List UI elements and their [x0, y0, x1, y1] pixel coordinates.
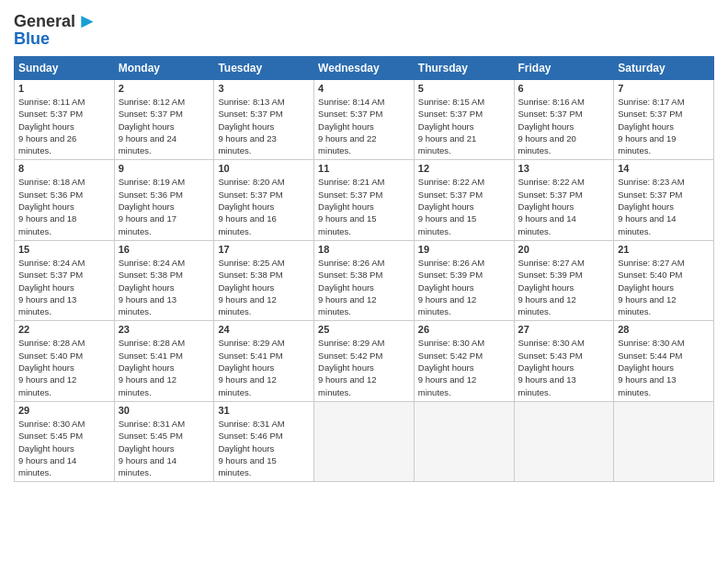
day-number: 12	[418, 163, 510, 174]
table-row: 28Sunrise: 8:30 AMSunset: 5:44 PMDayligh…	[614, 321, 714, 401]
day-info: Sunrise: 8:21 AMSunset: 5:37 PMDaylight …	[318, 176, 410, 236]
day-info: Sunrise: 8:28 AMSunset: 5:41 PMDaylight …	[119, 337, 210, 397]
table-row: 2Sunrise: 8:12 AMSunset: 5:37 PMDaylight…	[114, 80, 214, 160]
table-row: 29Sunrise: 8:30 AMSunset: 5:45 PMDayligh…	[15, 401, 115, 481]
calendar-week-row: 15Sunrise: 8:24 AMSunset: 5:37 PMDayligh…	[15, 240, 714, 320]
table-row: 10Sunrise: 8:20 AMSunset: 5:37 PMDayligh…	[214, 160, 314, 240]
calendar-header-sunday: Sunday	[15, 57, 115, 80]
day-info: Sunrise: 8:24 AMSunset: 5:38 PMDaylight …	[119, 257, 210, 317]
day-info: Sunrise: 8:13 AMSunset: 5:37 PMDaylight …	[218, 96, 310, 156]
table-row: 16Sunrise: 8:24 AMSunset: 5:38 PMDayligh…	[114, 240, 214, 320]
table-row: 9Sunrise: 8:19 AMSunset: 5:36 PMDaylight…	[114, 160, 214, 240]
day-info: Sunrise: 8:28 AMSunset: 5:40 PMDaylight …	[18, 337, 110, 397]
day-info: Sunrise: 8:25 AMSunset: 5:38 PMDaylight …	[218, 257, 310, 317]
table-row: 4Sunrise: 8:14 AMSunset: 5:37 PMDaylight…	[314, 80, 415, 160]
day-number: 10	[218, 163, 310, 174]
day-info: Sunrise: 8:17 AMSunset: 5:37 PMDaylight …	[618, 96, 710, 156]
calendar-header-friday: Friday	[514, 57, 614, 80]
day-number: 21	[618, 244, 710, 255]
day-info: Sunrise: 8:11 AMSunset: 5:37 PMDaylight …	[18, 96, 110, 156]
day-info: Sunrise: 8:12 AMSunset: 5:37 PMDaylight …	[119, 96, 210, 156]
calendar-header-tuesday: Tuesday	[214, 57, 314, 80]
table-row: 12Sunrise: 8:22 AMSunset: 5:37 PMDayligh…	[414, 160, 514, 240]
day-number: 17	[218, 244, 310, 255]
day-number: 19	[418, 244, 510, 255]
day-info: Sunrise: 8:29 AMSunset: 5:41 PMDaylight …	[218, 337, 310, 397]
day-info: Sunrise: 8:30 AMSunset: 5:43 PMDaylight …	[518, 337, 610, 397]
day-number: 24	[218, 324, 310, 335]
day-info: Sunrise: 8:20 AMSunset: 5:37 PMDaylight …	[218, 176, 310, 236]
calendar-header-row: SundayMondayTuesdayWednesdayThursdayFrid…	[15, 57, 714, 80]
calendar-week-row: 8Sunrise: 8:18 AMSunset: 5:36 PMDaylight…	[15, 160, 714, 240]
day-number: 14	[618, 163, 710, 174]
table-row: 15Sunrise: 8:24 AMSunset: 5:37 PMDayligh…	[15, 240, 115, 320]
table-row: 23Sunrise: 8:28 AMSunset: 5:41 PMDayligh…	[114, 321, 214, 401]
table-row: 25Sunrise: 8:29 AMSunset: 5:42 PMDayligh…	[314, 321, 415, 401]
day-info: Sunrise: 8:30 AMSunset: 5:45 PMDaylight …	[18, 418, 110, 478]
day-number: 9	[119, 163, 210, 174]
day-info: Sunrise: 8:31 AMSunset: 5:45 PMDaylight …	[119, 418, 210, 478]
calendar-header-monday: Monday	[114, 57, 214, 80]
calendar-week-row: 1Sunrise: 8:11 AMSunset: 5:37 PMDaylight…	[15, 80, 714, 160]
table-row: 30Sunrise: 8:31 AMSunset: 5:45 PMDayligh…	[114, 401, 214, 481]
table-row: 18Sunrise: 8:26 AMSunset: 5:38 PMDayligh…	[314, 240, 415, 320]
logo: General ► Blue	[14, 9, 97, 49]
table-row	[414, 401, 514, 481]
day-number: 3	[218, 83, 310, 94]
day-info: Sunrise: 8:18 AMSunset: 5:36 PMDaylight …	[18, 176, 110, 236]
table-row: 17Sunrise: 8:25 AMSunset: 5:38 PMDayligh…	[214, 240, 314, 320]
day-number: 31	[218, 405, 310, 416]
day-number: 30	[119, 405, 210, 416]
table-row	[614, 401, 714, 481]
day-number: 8	[18, 163, 110, 174]
day-info: Sunrise: 8:14 AMSunset: 5:37 PMDaylight …	[318, 96, 410, 156]
day-info: Sunrise: 8:23 AMSunset: 5:37 PMDaylight …	[618, 176, 710, 236]
table-row: 7Sunrise: 8:17 AMSunset: 5:37 PMDaylight…	[614, 80, 714, 160]
day-info: Sunrise: 8:31 AMSunset: 5:46 PMDaylight …	[218, 418, 310, 478]
table-row: 13Sunrise: 8:22 AMSunset: 5:37 PMDayligh…	[514, 160, 614, 240]
logo-arrow-icon: ►	[77, 9, 97, 33]
day-info: Sunrise: 8:30 AMSunset: 5:44 PMDaylight …	[618, 337, 710, 397]
page-header: General ► Blue	[14, 9, 714, 49]
table-row	[314, 401, 415, 481]
calendar-week-row: 22Sunrise: 8:28 AMSunset: 5:40 PMDayligh…	[15, 321, 714, 401]
logo-general: General	[14, 12, 75, 31]
day-info: Sunrise: 8:30 AMSunset: 5:42 PMDaylight …	[418, 337, 510, 397]
day-info: Sunrise: 8:15 AMSunset: 5:37 PMDaylight …	[418, 96, 510, 156]
day-info: Sunrise: 8:27 AMSunset: 5:39 PMDaylight …	[518, 257, 610, 317]
calendar-body: 1Sunrise: 8:11 AMSunset: 5:37 PMDaylight…	[15, 80, 714, 482]
calendar-header-wednesday: Wednesday	[314, 57, 415, 80]
day-info: Sunrise: 8:27 AMSunset: 5:40 PMDaylight …	[618, 257, 710, 317]
day-number: 6	[518, 83, 610, 94]
table-row	[514, 401, 614, 481]
table-row: 21Sunrise: 8:27 AMSunset: 5:40 PMDayligh…	[614, 240, 714, 320]
table-row: 3Sunrise: 8:13 AMSunset: 5:37 PMDaylight…	[214, 80, 314, 160]
day-number: 26	[418, 324, 510, 335]
day-info: Sunrise: 8:19 AMSunset: 5:36 PMDaylight …	[119, 176, 210, 236]
day-number: 4	[318, 83, 410, 94]
day-number: 2	[119, 83, 210, 94]
table-row: 6Sunrise: 8:16 AMSunset: 5:37 PMDaylight…	[514, 80, 614, 160]
logo-blue: Blue	[14, 29, 50, 49]
day-info: Sunrise: 8:16 AMSunset: 5:37 PMDaylight …	[518, 96, 610, 156]
table-row: 26Sunrise: 8:30 AMSunset: 5:42 PMDayligh…	[414, 321, 514, 401]
day-number: 20	[518, 244, 610, 255]
table-row: 27Sunrise: 8:30 AMSunset: 5:43 PMDayligh…	[514, 321, 614, 401]
day-number: 29	[18, 405, 110, 416]
day-number: 18	[318, 244, 410, 255]
table-row: 22Sunrise: 8:28 AMSunset: 5:40 PMDayligh…	[15, 321, 115, 401]
calendar-week-row: 29Sunrise: 8:30 AMSunset: 5:45 PMDayligh…	[15, 401, 714, 481]
day-number: 7	[618, 83, 710, 94]
day-number: 27	[518, 324, 610, 335]
day-info: Sunrise: 8:22 AMSunset: 5:37 PMDaylight …	[418, 176, 510, 236]
day-info: Sunrise: 8:22 AMSunset: 5:37 PMDaylight …	[518, 176, 610, 236]
calendar-header-thursday: Thursday	[414, 57, 514, 80]
day-info: Sunrise: 8:29 AMSunset: 5:42 PMDaylight …	[318, 337, 410, 397]
calendar-table: SundayMondayTuesdayWednesdayThursdayFrid…	[14, 56, 714, 482]
table-row: 1Sunrise: 8:11 AMSunset: 5:37 PMDaylight…	[15, 80, 115, 160]
page-container: General ► Blue SundayMondayTuesdayWednes…	[0, 0, 728, 491]
table-row: 19Sunrise: 8:26 AMSunset: 5:39 PMDayligh…	[414, 240, 514, 320]
day-info: Sunrise: 8:24 AMSunset: 5:37 PMDaylight …	[18, 257, 110, 317]
day-number: 23	[119, 324, 210, 335]
day-number: 28	[618, 324, 710, 335]
